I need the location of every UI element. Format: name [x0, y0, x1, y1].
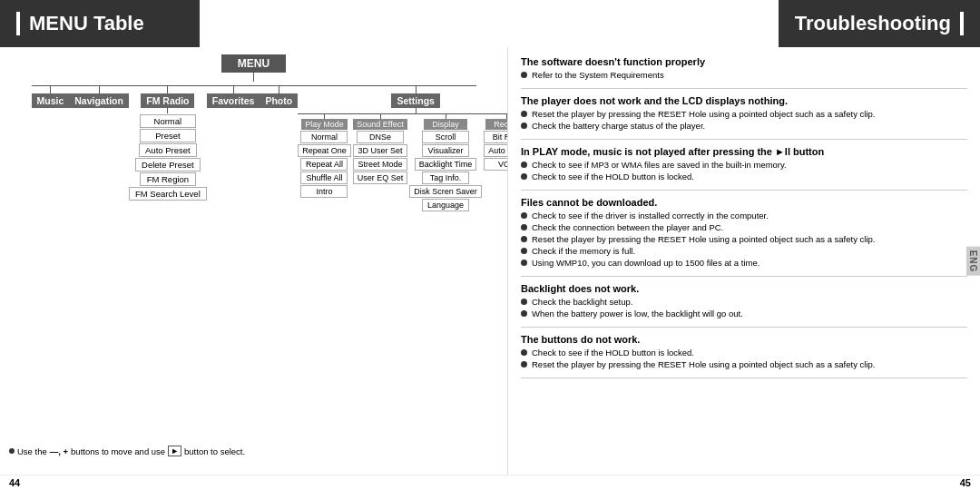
root-vert-line — [253, 73, 254, 82]
settings-soundeffect: Sound Effect DNSe 3D User Set Street Mod… — [353, 114, 408, 293]
trouble-title-5: The buttons do not work. — [521, 334, 967, 345]
nav-favorites: Favorites — [207, 86, 260, 293]
header-center — [200, 0, 779, 47]
settings-cols-row: Play Mode Normal Repeat One Repeat All S… — [298, 114, 508, 293]
settings-sub-area: Play Mode Normal Repeat One Repeat All S… — [298, 113, 508, 293]
trouble-item-3-2: Reset the player by pressing the RESET H… — [521, 234, 967, 244]
nav-fm-radio: FM Radio Normal Preset Auto Preset Delet… — [129, 86, 207, 293]
main-content: MENU Music Navigation — [0, 47, 980, 475]
footer-note: Use the —, + buttons to move and use ► b… — [9, 446, 245, 456]
bullet-icon — [521, 212, 527, 219]
trouble-section-1: The player does not work and the LCD dis… — [521, 95, 967, 140]
right-panel: The software doesn't function properly R… — [508, 47, 980, 475]
trouble-item-4-1: When the battery power is low, the backl… — [521, 309, 967, 318]
trouble-title-0: The software doesn't function properly — [521, 56, 967, 67]
bullet-icon — [521, 310, 527, 317]
header-left: MENU Table — [0, 0, 200, 47]
bullet-icon — [521, 173, 527, 180]
trouble-section-5: The buttons do not work. Check to see if… — [521, 334, 967, 378]
bullet-icon — [521, 162, 527, 168]
settings-record: Record Bit Rate Auto Sync VOR — [484, 114, 508, 293]
trouble-item-1-0: Reset the player by pressing the RESET H… — [521, 109, 967, 119]
bullet-icon — [521, 349, 527, 356]
trouble-item-4-0: Check the backlight setup. — [521, 297, 967, 307]
trouble-section-2: In PLAY mode, music is not played after … — [521, 146, 967, 191]
nav-photo: Photo — [260, 86, 298, 293]
header-right: Troubleshooting — [779, 0, 980, 47]
nav-music: Music — [32, 86, 70, 293]
bullet-icon — [521, 248, 527, 254]
page-num-right: 45 — [960, 477, 971, 488]
trouble-item-3-0: Check to see if the driver is installed … — [521, 211, 967, 220]
nav-area: Music Navigation FM Radio Normal Preset … — [9, 85, 498, 293]
bullet-icon — [521, 111, 527, 117]
bullet-icon — [521, 72, 527, 78]
trouble-title-2: In PLAY mode, music is not played after … — [521, 146, 967, 157]
bullet-icon — [521, 224, 527, 230]
menu-root-box: MENU — [221, 54, 286, 73]
bullet-icon — [521, 299, 527, 305]
trouble-item-3-1: Check the connection between the player … — [521, 222, 967, 232]
page-header: MENU Table Troubleshooting — [0, 0, 980, 47]
footer-bullet — [9, 448, 15, 454]
menu-table-title: MENU Table — [16, 12, 144, 35]
trouble-item-5-0: Check to see if the HOLD button is locke… — [521, 348, 967, 358]
trouble-item-5-1: Reset the player by pressing the RESET H… — [521, 359, 967, 369]
trouble-item-3-3: Check if the memory is full. — [521, 246, 967, 256]
nav-settings: Settings Play Mode Normal — [298, 86, 508, 293]
troubleshooting-title: Troubleshooting — [795, 12, 964, 35]
trouble-item-0-0: Refer to the System Requirements — [521, 70, 967, 80]
trouble-title-4: Backlight does not work. — [521, 283, 967, 294]
bullet-icon — [521, 236, 527, 242]
bullet-icon — [521, 361, 527, 368]
settings-playmode: Play Mode Normal Repeat One Repeat All S… — [298, 114, 351, 293]
settings-display: Display Scroll Visualizer Backlight Time… — [409, 114, 482, 293]
nav-boxes-row: Music Navigation FM Radio Normal Preset … — [32, 86, 476, 293]
trouble-section-4: Backlight does not work. Check the backl… — [521, 283, 967, 328]
trouble-item-1-1: Check the battery charge status of the p… — [521, 121, 967, 131]
trouble-title-1: The player does not work and the LCD dis… — [521, 95, 967, 106]
trouble-item-3-4: Using WMP10, you can download up to 1500… — [521, 258, 967, 268]
trouble-item-2-0: Check to see if MP3 or WMA files are sav… — [521, 160, 967, 170]
left-panel: MENU Music Navigation — [0, 47, 508, 475]
bullet-icon — [521, 122, 527, 129]
eng-label: ENG — [966, 246, 980, 276]
trouble-section-0: The software doesn't function properly R… — [521, 56, 967, 89]
trouble-title-3: Files cannot be downloaded. — [521, 197, 967, 208]
trouble-item-2-1: Check to see if the HOLD button is locke… — [521, 172, 967, 181]
page-num-left: 44 — [9, 477, 20, 488]
nav-navigation: Navigation — [69, 86, 129, 293]
trouble-section-3: Files cannot be downloaded. Check to see… — [521, 197, 967, 277]
page-numbers: 44 45 — [0, 475, 980, 490]
bullet-icon — [521, 260, 527, 266]
